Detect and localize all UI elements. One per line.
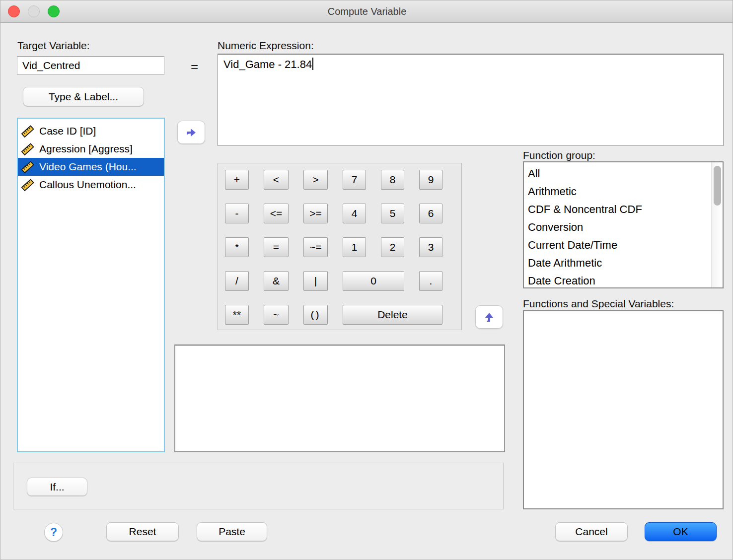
list-item-video-games-selected[interactable]: Video Games (Hou... bbox=[18, 158, 164, 176]
numeric-expression-label: Numeric Expression: bbox=[218, 40, 314, 52]
key-2[interactable]: 2 bbox=[381, 237, 404, 257]
cancel-button[interactable]: Cancel bbox=[555, 522, 628, 541]
key-3[interactable]: 3 bbox=[419, 237, 442, 257]
source-variable-list[interactable]: Case ID [ID] Agression [Aggress] Video G… bbox=[17, 118, 165, 452]
key-plus[interactable]: + bbox=[225, 170, 249, 190]
variable-label: Case ID [ID] bbox=[39, 125, 96, 137]
target-variable-input[interactable] bbox=[17, 56, 164, 75]
key-dot[interactable]: . bbox=[419, 271, 442, 291]
scrollbar-track[interactable] bbox=[711, 162, 723, 287]
key-divide[interactable]: / bbox=[225, 271, 249, 291]
list-item-case-id[interactable]: Case ID [ID] bbox=[18, 122, 164, 140]
key-9[interactable]: 9 bbox=[419, 170, 442, 190]
scale-measure-icon bbox=[21, 125, 34, 138]
key-less[interactable]: < bbox=[264, 170, 289, 190]
variable-label: Callous Unemotion... bbox=[39, 179, 136, 191]
key-less-eq[interactable]: <= bbox=[264, 204, 289, 223]
key-0[interactable]: 0 bbox=[343, 271, 404, 291]
variable-label: Video Games (Hou... bbox=[39, 161, 137, 173]
ok-button[interactable]: OK bbox=[645, 522, 717, 541]
key-6[interactable]: 6 bbox=[419, 204, 442, 223]
function-group-item[interactable]: Date Creation bbox=[524, 272, 723, 288]
question-mark-icon: ? bbox=[50, 526, 57, 539]
if-button[interactable]: If... bbox=[27, 478, 87, 496]
compute-variable-dialog: Compute Variable Target Variable: = Type… bbox=[0, 0, 733, 560]
type-and-label-button[interactable]: Type & Label... bbox=[23, 87, 144, 106]
key-parentheses[interactable]: () bbox=[303, 305, 328, 325]
list-item-agression[interactable]: Agression [Aggress] bbox=[18, 140, 164, 158]
scrollbar-thumb[interactable] bbox=[714, 166, 721, 206]
functions-special-variables-list[interactable] bbox=[523, 310, 724, 509]
key-minus[interactable]: - bbox=[225, 204, 249, 223]
key-4[interactable]: 4 bbox=[343, 204, 366, 223]
move-variable-button[interactable] bbox=[177, 121, 205, 144]
key-8[interactable]: 8 bbox=[381, 170, 404, 190]
function-description-box bbox=[174, 345, 505, 452]
key-and[interactable]: & bbox=[264, 271, 289, 291]
key-not[interactable]: ~ bbox=[264, 305, 289, 325]
variable-label: Agression [Aggress] bbox=[39, 143, 133, 155]
functions-special-variables-label: Functions and Special Variables: bbox=[523, 298, 674, 310]
key-greater-eq[interactable]: >= bbox=[303, 204, 328, 223]
keypad-grid: + < > 7 8 9 - <= >= 4 5 6 * = ~= 1 2 3 /… bbox=[225, 170, 442, 325]
text-caret bbox=[312, 58, 313, 70]
key-1[interactable]: 1 bbox=[343, 237, 366, 257]
target-variable-label: Target Variable: bbox=[17, 40, 90, 52]
equals-sign: = bbox=[191, 59, 198, 74]
paste-button[interactable]: Paste bbox=[197, 522, 267, 541]
function-group-list[interactable]: All Arithmetic CDF & Noncentral CDF Conv… bbox=[523, 161, 724, 288]
key-power[interactable]: ** bbox=[225, 305, 249, 325]
function-group-item[interactable]: Current Date/Time bbox=[524, 236, 723, 254]
function-group-item[interactable]: Conversion bbox=[524, 218, 723, 236]
function-group-label: Function group: bbox=[523, 149, 595, 161]
key-not-equal[interactable]: ~= bbox=[303, 237, 328, 257]
key-delete[interactable]: Delete bbox=[343, 305, 442, 325]
key-greater[interactable]: > bbox=[303, 170, 328, 190]
insert-function-button[interactable] bbox=[475, 305, 503, 329]
up-arrow-icon bbox=[482, 310, 496, 324]
numeric-expression-input[interactable]: Vid_Game - 21.84 bbox=[218, 54, 724, 146]
key-equal[interactable]: = bbox=[264, 237, 289, 257]
key-multiply[interactable]: * bbox=[225, 237, 249, 257]
key-or[interactable]: | bbox=[303, 271, 328, 291]
function-group-item[interactable]: CDF & Noncentral CDF bbox=[524, 201, 723, 218]
window-title: Compute Variable bbox=[0, 0, 733, 23]
scale-measure-icon bbox=[21, 143, 34, 155]
title-bar: Compute Variable bbox=[0, 0, 733, 23]
reset-button[interactable]: Reset bbox=[106, 522, 179, 541]
function-group-item[interactable]: Arithmetic bbox=[524, 183, 723, 201]
scale-measure-icon bbox=[21, 161, 34, 173]
list-item-callous[interactable]: Callous Unemotion... bbox=[18, 176, 164, 194]
help-button[interactable]: ? bbox=[44, 523, 63, 542]
right-arrow-icon bbox=[184, 126, 198, 140]
key-7[interactable]: 7 bbox=[343, 170, 366, 190]
scale-measure-icon bbox=[21, 179, 34, 191]
expression-text: Vid_Game - 21.84 bbox=[223, 58, 312, 70]
key-5[interactable]: 5 bbox=[381, 204, 404, 223]
calculator-keypad: + < > 7 8 9 - <= >= 4 5 6 * = ~= 1 2 3 /… bbox=[218, 163, 462, 330]
function-group-item[interactable]: Date Arithmetic bbox=[524, 254, 723, 272]
function-group-item[interactable]: All bbox=[524, 165, 723, 183]
